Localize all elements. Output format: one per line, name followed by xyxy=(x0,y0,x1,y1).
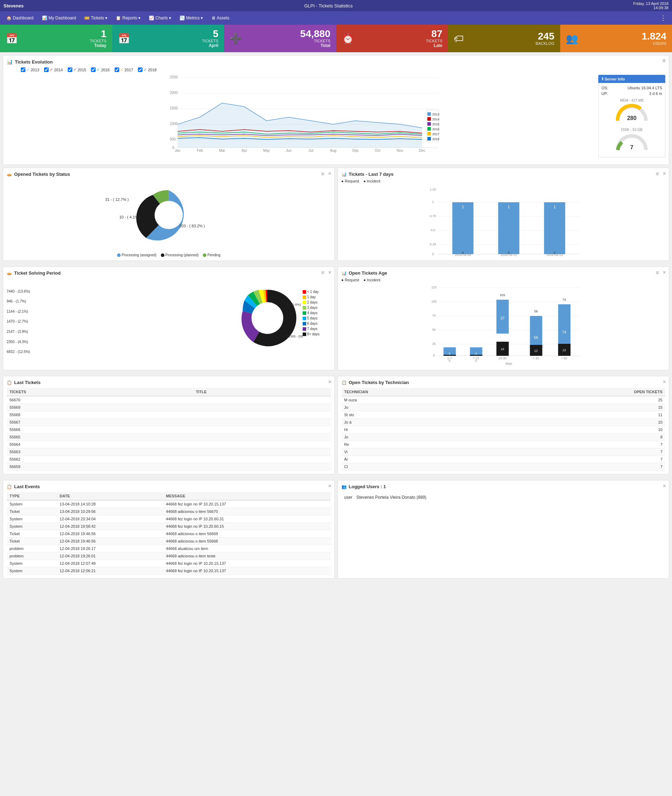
open-tickets-age-menu[interactable]: ≡ xyxy=(656,270,659,276)
col-title: TITLE xyxy=(193,388,331,396)
mem-gauge-container: MEM - 427 MB 280 xyxy=(602,98,662,125)
last7-bar-svg: 1.25 1 0.75 0.5 0.25 0 1 2018-04-09 0 xyxy=(341,185,666,256)
col-open-tickets: OPEN TICKETS xyxy=(491,388,665,396)
open-by-tech-close[interactable]: × xyxy=(663,379,666,385)
last-events-close[interactable]: × xyxy=(328,483,331,489)
stat-backlog[interactable]: 🏷 245 BACKLOG xyxy=(448,25,560,52)
svg-rect-63 xyxy=(544,202,565,254)
tech-tickets: 7 xyxy=(491,463,665,470)
legend-3days: 3 days xyxy=(302,306,331,310)
stat-total-info: 54,880 TICKETS Total xyxy=(246,29,331,48)
legend-2015[interactable]: ✓ 2015 xyxy=(68,67,86,72)
open-tickets-age-close[interactable]: × xyxy=(663,270,666,275)
row-events-logged: 📋 Last Events × TYPE DATE MESSAGE System… xyxy=(3,480,669,581)
tech-tickets: 11 xyxy=(491,411,665,419)
solving-period-menu[interactable]: ≡ xyxy=(321,270,324,276)
tech-tickets: 7 xyxy=(491,441,665,448)
stat-today-info: 1 TICKETS Today xyxy=(22,29,107,48)
ticket-id: 56659 xyxy=(7,463,193,470)
mem-label: MEM - 427 MB xyxy=(602,98,662,103)
tech-icon: 📋 xyxy=(341,380,347,385)
table-row: Ticket12-04-2018 19:46:5644668 adicionou… xyxy=(7,538,331,545)
tech-name: Vi xyxy=(341,448,491,456)
svg-text:May: May xyxy=(263,149,270,152)
tech-name: M ouza xyxy=(341,396,491,404)
legend-2016[interactable]: ✓ 2016 xyxy=(91,67,109,72)
svg-text:1: 1 xyxy=(554,205,555,209)
nav-dashboard[interactable]: 🏠 Dashboard xyxy=(3,13,37,23)
solving-period-close[interactable]: × xyxy=(328,270,331,275)
nav-bar: 🏠 Dashboard 📊 My Dashboard 🎫 Tickets ▾ 📋… xyxy=(0,11,672,25)
svg-text:1500: 1500 xyxy=(170,106,178,110)
tickets-last7-close[interactable]: × xyxy=(663,171,666,177)
stat-april-info: 5 TICKETS April xyxy=(134,29,219,48)
nav-tickets[interactable]: 🎫 Tickets ▾ xyxy=(81,13,111,23)
stat-today[interactable]: 📅 1 TICKETS Today xyxy=(0,25,112,52)
legend-2013[interactable]: ✓ 2013 xyxy=(21,67,39,72)
nav-more-icon[interactable]: ⋮ xyxy=(657,11,669,25)
disk-gauge-svg: 7 xyxy=(614,132,650,154)
legend-7days: 7 days xyxy=(302,327,331,331)
svg-text:0: 0 xyxy=(462,251,464,255)
age-legend-request: ● Request xyxy=(341,278,360,282)
legend-2014[interactable]: ✓ 2014 xyxy=(44,67,62,72)
table-row: 55664 xyxy=(7,441,331,448)
legend-assigned-dot xyxy=(117,254,121,257)
table-row: 55666 xyxy=(7,426,331,433)
tickets-last7-title: Tickets - Last 7 days xyxy=(349,172,394,177)
table-row: Jo8 xyxy=(341,433,666,441)
svg-rect-26 xyxy=(427,112,431,116)
event-date: 12-04-2018 12:06:21 xyxy=(57,567,163,575)
ticket-id: 56670 xyxy=(7,396,193,404)
table-row: Re7 xyxy=(341,441,666,448)
row-solving-age: 🥧 Ticket Solving Period × ≡ 7440 - (13.6… xyxy=(3,266,669,373)
stat-april[interactable]: 📅 5 TICKETS April xyxy=(112,25,224,52)
stat-late[interactable]: ⏰ 87 TICKETS Late xyxy=(336,25,448,52)
nav-metrics[interactable]: 📉 Metrics ▾ xyxy=(176,13,206,23)
opened-by-status-menu[interactable]: ≡ xyxy=(321,171,324,177)
nav-mydashboard[interactable]: 📊 My Dashboard xyxy=(38,13,79,23)
legend-lt1day: < 1 day xyxy=(302,290,331,294)
svg-text:280: 280 xyxy=(627,115,637,121)
tech-tickets: 10 xyxy=(491,419,665,426)
tech-name: St sto xyxy=(341,411,491,419)
nav-assets[interactable]: 🖥 Assets xyxy=(208,13,233,23)
table-row: 55669 xyxy=(7,404,331,411)
tech-name: Hi xyxy=(341,426,491,433)
ticket-title xyxy=(193,433,331,441)
open-by-tech-table: TECHNICIAN OPEN TICKETS M ouza25Jo15St s… xyxy=(341,388,666,470)
stat-total-label: TICKETS xyxy=(314,39,330,43)
svg-text:2000: 2000 xyxy=(170,91,178,95)
stat-backlog-number: 245 xyxy=(538,31,555,41)
ticket-title xyxy=(193,448,331,456)
svg-text:> 30: > 30 xyxy=(533,356,539,360)
logged-users-close[interactable]: × xyxy=(663,483,666,489)
last-events-title: Last Events xyxy=(14,484,40,489)
nav-reports[interactable]: 📋 Reports ▾ xyxy=(112,13,144,23)
svg-marker-12 xyxy=(178,103,422,148)
nav-charts[interactable]: 📈 Charts ▾ xyxy=(146,13,174,23)
solving-labels-left: 7440 - (13.6%) 946 - (1.7%) 1144 - (2.1%… xyxy=(7,279,232,357)
stat-total[interactable]: ➕ 54,880 TICKETS Total xyxy=(224,25,336,52)
table-row: 55667 xyxy=(7,419,331,426)
mem-gauge-svg: 280 xyxy=(614,103,650,124)
stat-late-icon: ⏰ xyxy=(342,33,354,45)
tickets-last7-menu[interactable]: ≡ xyxy=(656,171,659,177)
svg-text:1: 1 xyxy=(462,205,464,209)
legend-2017[interactable]: ✓ 2017 xyxy=(115,67,133,72)
last-tickets-close[interactable]: × xyxy=(328,379,331,385)
ticket-id: 55662 xyxy=(7,456,193,463)
last-events-table: TYPE DATE MESSAGE System13-04-2018 14:10… xyxy=(7,492,331,575)
table-row: problem12-04-2018 19:26:1744668 atualizo… xyxy=(7,545,331,552)
svg-text:56: 56 xyxy=(534,335,538,340)
event-date: 12-04-2018 19:46:56 xyxy=(57,530,163,538)
stat-users-info: 1.824 USERS xyxy=(582,31,667,45)
legend-2018[interactable]: ✓ 2018 xyxy=(138,67,156,72)
pie-chart-icon: 🥧 xyxy=(7,172,12,177)
stat-users[interactable]: 👥 1.824 USERS xyxy=(560,25,672,52)
opened-by-status-close[interactable]: × xyxy=(328,171,331,177)
col-message: MESSAGE xyxy=(163,492,331,500)
svg-text:Feb: Feb xyxy=(197,149,203,152)
event-date: 12-04-2018 19:58:42 xyxy=(57,523,163,530)
settings-icon[interactable]: ⚙ xyxy=(662,58,666,63)
